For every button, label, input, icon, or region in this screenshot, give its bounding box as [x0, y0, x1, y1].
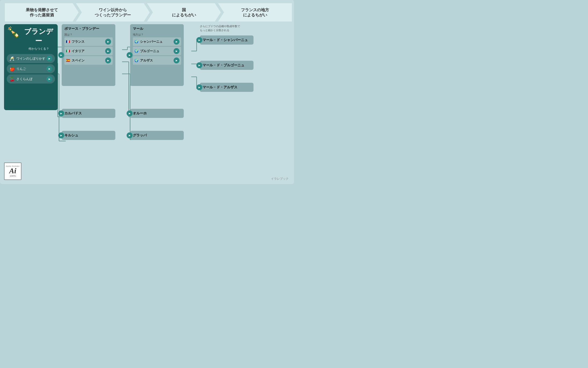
grappa-box: グラッパ — [130, 131, 184, 140]
start-box: 🍾 ブランデー 何からつくる？ 🥂 ワインのしぼりかす — [4, 24, 58, 110]
kirsch-arrow-connector — [58, 132, 64, 138]
marc-champagne-connector — [196, 37, 202, 43]
italy-flag: 🇮🇹 — [66, 49, 70, 53]
italy-arrow[interactable] — [105, 48, 111, 54]
wine-lees-arrow[interactable] — [46, 56, 52, 62]
header-arrow-1: 果物を発酵させて 作った蒸留酒 — [5, 3, 79, 21]
marc-bourgogne-title: マール・ド・ブルゴーニュ — [203, 63, 251, 68]
header-row: 果物を発酵させて 作った蒸留酒 ワイン以外から つくったブランデー 国 によるち… — [0, 0, 294, 24]
cherry-icon: 🍒 — [9, 77, 15, 82]
region-alsace[interactable]: 🌍 アルザス — [133, 56, 181, 65]
main-container: 果物を発酵させて 作った蒸留酒 ワイン以外から つくったブランデー 国 によるち… — [0, 0, 294, 184]
alsace-arrow[interactable] — [174, 57, 179, 63]
spain-flag: 🇪🇸 — [66, 59, 70, 62]
marc-champagne-title: マール・ド・シャンパーニュ — [203, 38, 251, 42]
flow-layout: 🍾 ブランデー 何からつくる？ 🥂 ワインのしぼりかす — [4, 24, 290, 180]
orujo-arrow-connector — [127, 110, 133, 116]
country-italy[interactable]: 🇮🇹 イタリア — [64, 47, 113, 55]
pomace-arrow-connector — [58, 52, 64, 58]
marc-alsace-title: マール・ド・アルザス — [203, 85, 251, 90]
marc-champagne-box: マール・ド・シャンパーニュ — [200, 35, 253, 45]
wine-icon: 🥂 — [9, 56, 15, 61]
spain-arrow[interactable] — [105, 57, 111, 63]
country-france[interactable]: 🇫🇷 フランス — [64, 37, 113, 46]
header-arrow-2: ワイン以外から つくったブランデー — [76, 3, 150, 21]
apple-arrow[interactable] — [46, 66, 52, 72]
grappa-title: グラッパ — [133, 133, 181, 138]
marc-title: マール — [133, 26, 181, 31]
country-label: 国は？ — [64, 33, 113, 37]
kirsch-box: キルシュ — [62, 131, 115, 140]
region-champagne[interactable]: 🌍 シャンパーニュ — [133, 37, 181, 46]
ai-badge: Adobe Illustrator Ai 100% — [4, 163, 21, 180]
kirsch-title: キルシュ — [64, 133, 113, 138]
col-3: マール 地方は？ 🌍 シャンパーニュ 🌍 ブルゴーニュ — [130, 24, 188, 140]
start-item-cherry[interactable]: 🍒 さくらんぼ — [7, 74, 55, 84]
header-arrow-3: 国 によるちがい — [147, 3, 221, 21]
pomace-brandy-box: ポマース・ブランデー 国は？ 🇫🇷 フランス 🇮🇹 イタリア — [62, 24, 115, 86]
orujo-title: オルーホ — [133, 111, 181, 116]
ai-text: Ai — [9, 167, 16, 175]
marc-bourgogne-connector — [196, 62, 202, 68]
marc-alsace-box: マール・ド・アルザス — [200, 83, 253, 92]
col-4: さらにブドウの品種や熟成年数で もっと細かく分類される マール・ド・シャンパーニ… — [200, 24, 275, 92]
france-flag: 🇫🇷 — [66, 40, 70, 44]
marc-box: マール 地方は？ 🌍 シャンパーニュ 🌍 ブルゴーニュ — [130, 24, 184, 86]
start-item-wine-lees[interactable]: 🥂 ワインのしぼりかす — [7, 54, 55, 63]
marc-arrow-connector — [127, 52, 133, 58]
pomace-title: ポマース・ブランデー — [64, 26, 113, 31]
country-spain[interactable]: 🇪🇸 スペイン — [64, 56, 113, 65]
orujo-box: オルーホ — [130, 109, 184, 118]
champagne-arrow[interactable] — [174, 39, 179, 45]
marc-alsace-connector — [196, 84, 202, 90]
grappa-arrow-connector — [127, 132, 133, 138]
alsace-globe: 🌍 — [134, 59, 138, 62]
champagne-globe: 🌍 — [134, 40, 138, 44]
bourgogne-globe: 🌍 — [134, 49, 138, 53]
start-title: ブランデー — [22, 27, 55, 46]
marc-bourgogne-box: マール・ド・ブルゴーニュ — [200, 61, 253, 70]
bourgogne-arrow[interactable] — [174, 48, 179, 54]
region-label: 地方は？ — [133, 33, 181, 37]
region-bourgogne[interactable]: 🌍 ブルゴーニュ — [133, 47, 181, 55]
ai-zoom: 100% — [10, 175, 16, 177]
watermark: イラレブック — [271, 177, 289, 181]
apple-icon: 🍎 — [9, 66, 15, 71]
col-1: 🍾 ブランデー 何からつくる？ 🥂 ワインのしぼりかす — [4, 24, 56, 110]
calvados-arrow-connector — [58, 110, 64, 116]
calvados-box: カルバドス — [62, 109, 115, 118]
start-item-apple[interactable]: 🍎 りんご — [7, 64, 55, 73]
region-note: さらにブドウの品種や熟成年数で もっと細かく分類される — [200, 24, 243, 32]
col-2: ポマース・ブランデー 国は？ 🇫🇷 フランス 🇮🇹 イタリア — [62, 24, 118, 140]
calvados-title: カルバドス — [64, 111, 113, 116]
header-arrow-4: フランスの地方 によるちがい — [218, 3, 292, 21]
start-subtitle: 何からつくる？ — [22, 47, 55, 51]
cherry-arrow[interactable] — [46, 76, 52, 82]
france-arrow[interactable] — [105, 39, 111, 45]
